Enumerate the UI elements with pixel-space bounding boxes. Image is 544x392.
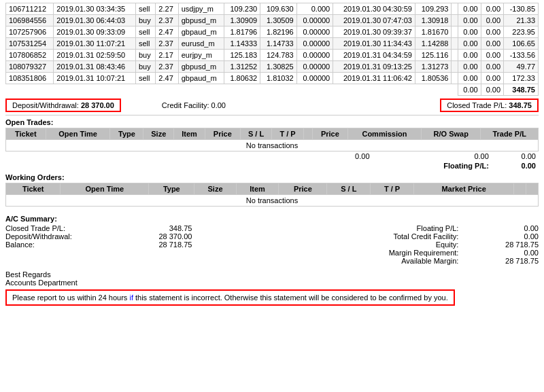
open-trades-totals: 0.00 0.00 0.00 Floating P/L: 0.00	[5, 152, 539, 171]
ac-summary-row: Balance:28 718.75Equity:28 718.75	[5, 240, 539, 249]
ac-summary-row: Deposit/Withdrawal:28 370.00Total Credit…	[5, 232, 539, 240]
footer-note-link: if	[129, 293, 133, 302]
working-orders-header: Working Orders:	[5, 171, 539, 183]
table-row: 1072579062019.01.30 09:33:09sell2.47gbpa…	[6, 26, 539, 38]
closed-pl-label: Closed Trade P/L:	[447, 101, 507, 109]
working-orders-no-trans: No transactions	[6, 195, 539, 207]
open-trades-header: Open Trades:	[5, 115, 539, 128]
closed-pl-value: 348.75	[509, 101, 532, 109]
open-trades-no-trans: No transactions	[6, 140, 539, 152]
table-row: 1083518062019.01.31 10:07:21sell2.47gbpa…	[6, 73, 539, 84]
footer-note: Please report to us within 24 hours if t…	[5, 289, 455, 306]
floating-pl-value: 0.00	[492, 161, 539, 171]
credit-label: Credit Facility:	[162, 101, 209, 109]
credit-value: 0.00	[211, 101, 226, 109]
working-orders-table: TicketOpen TimeTypeSizeItemPriceS / LT /…	[5, 183, 539, 207]
table-row: 1078068522019.01.31 02:59:50buy2.17eurjp…	[6, 50, 539, 61]
summary-bar: Deposit/Withdrawal: 28 370.00 Credit Fac…	[5, 96, 539, 115]
table-row: 1075312542019.01.30 11:07:21sell2.37euru…	[6, 38, 539, 50]
closed-trades-table: 1067112122019.01.30 03:34:35sell2.27usdj…	[5, 3, 539, 96]
footer-regards: Best Regards	[5, 270, 539, 279]
ac-summary-header: A/C Summary:	[5, 212, 539, 224]
table-row: 1069845562019.01.30 06:44:03buy2.37gbpus…	[6, 15, 539, 26]
footer-note-container: Please report to us within 24 hours if t…	[5, 289, 539, 306]
deposit-value: 28 370.00	[81, 101, 114, 109]
table-row: 1067112122019.01.30 03:34:35sell2.27usdj…	[6, 3, 539, 15]
footer: Best Regards Accounts Department Please …	[5, 270, 539, 306]
ac-summary-row: Available Margin:28 718.75	[5, 257, 539, 265]
floating-pl-label: Floating P/L:	[373, 161, 492, 171]
ac-summary-row: Closed Trade P/L:348.75Floating P/L:0.00	[5, 224, 539, 232]
deposit-label: Deposit/Withdrawal:	[12, 101, 79, 109]
footer-dept: Accounts Department	[5, 279, 539, 287]
table-row: 1080793272019.01.31 08:43:46buy2.37gbpus…	[6, 61, 539, 73]
ac-summary-row: Margin Requirement:0.00	[5, 249, 539, 257]
open-trades-table: TicketOpen TimeTypeSizeItemPriceS / LT /…	[5, 128, 539, 152]
ac-summary-table: Closed Trade P/L:348.75Floating P/L:0.00…	[5, 224, 539, 265]
